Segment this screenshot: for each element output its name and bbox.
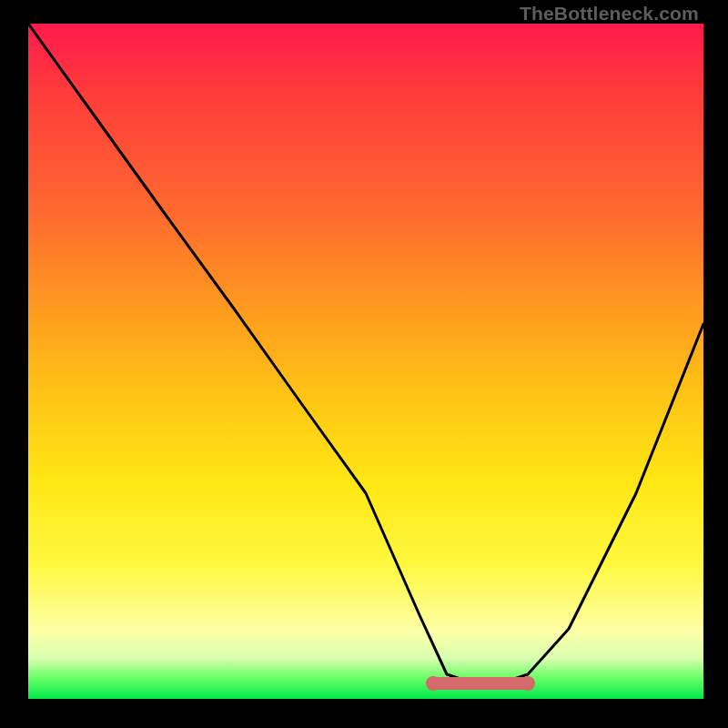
chart-frame bbox=[28, 24, 703, 699]
plot-area bbox=[28, 24, 703, 699]
watermark-text: TheBottleneck.com bbox=[520, 3, 699, 25]
gradient-background bbox=[28, 24, 703, 699]
